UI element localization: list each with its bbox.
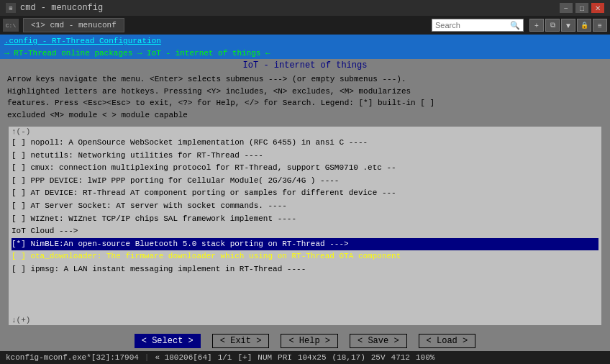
main-window: ⊞ cmd - menuconfig − □ ✕ C:\ <1> cmd - m… xyxy=(0,0,610,364)
close-button[interactable]: ✕ xyxy=(591,3,604,13)
help-text: Arrow keys navigate the menu. <Enter> se… xyxy=(0,72,610,122)
menu-items-container: [ ] nopoll: A OpenSource WebSocket imple… xyxy=(9,137,601,315)
save-button[interactable]: < Save > xyxy=(350,334,407,348)
menu-item-2[interactable]: [ ] cmux: connection multiplexing protoc… xyxy=(12,162,598,175)
bottom-buttons: < Select > < Exit > < Help > < Save > < … xyxy=(0,329,610,351)
status-priority: PRI xyxy=(278,353,292,362)
tab-bar: C:\ <1> cmd - menuconf 🔍 + ⧉ ▼ 🔒 ≡ xyxy=(0,16,610,35)
menu-item-3[interactable]: [ ] PPP DEVICE: lwIP PPP porting for Cel… xyxy=(12,175,598,188)
select-button[interactable]: < Select > xyxy=(135,334,201,348)
dropdown-button[interactable]: ▼ xyxy=(561,19,575,32)
menu-item-10[interactable]: [ ] ipmsg: A LAN instant messaging imple… xyxy=(12,263,598,276)
menu-item-0[interactable]: [ ] nopoll: A OpenSource WebSocket imple… xyxy=(12,137,598,150)
breadcrumb-bar: .config - RT-Thread Configuration xyxy=(0,35,610,47)
content-title: IoT - internet of things xyxy=(0,59,610,72)
tab-label: <1> cmd - menuconf xyxy=(31,21,117,29)
title-bar: ⊞ cmd - menuconfig − □ ✕ xyxy=(0,0,610,16)
menu-item-9[interactable]: [ ] ota_downloader: The firmware downloa… xyxy=(12,250,598,263)
menu-item-4[interactable]: [ ] AT DEVICE: RT-Thread AT component po… xyxy=(12,187,598,200)
window-controls: − □ ✕ xyxy=(560,3,604,13)
status-exe: kconfig-mconf.exe*[32]:17904 xyxy=(6,353,139,362)
load-button[interactable]: < Load > xyxy=(419,334,476,348)
search-input[interactable] xyxy=(435,21,507,29)
status-pages: 1/1 xyxy=(218,353,232,362)
status-value: 4712 xyxy=(391,353,410,362)
search-icon: 🔍 xyxy=(510,21,520,30)
status-mode: [+] xyxy=(237,353,252,362)
window-title: cmd - menuconfig xyxy=(20,3,555,13)
new-tab-button[interactable]: + xyxy=(529,19,544,32)
status-voltage: 25V xyxy=(371,353,386,362)
status-terminal: 104x25 xyxy=(298,353,327,362)
nav-path: → RT-Thread online packages → IoT - inte… xyxy=(4,49,270,58)
breadcrumb: .config - RT-Thread Configuration xyxy=(4,37,161,45)
menu-item-6[interactable]: [ ] WIZnet: WIZnet TCP/IP chips SAL fram… xyxy=(12,213,598,226)
menu-item-8[interactable]: [*] NimBLE:An open-source Bluetooth 5.0 … xyxy=(12,238,598,251)
status-numlock: NUM xyxy=(258,353,272,362)
minimize-button[interactable]: − xyxy=(560,3,573,13)
menu-button[interactable]: ≡ xyxy=(593,19,607,32)
status-bar: kconfig-mconf.exe*[32]:17904 | « 180206[… xyxy=(0,351,610,364)
menu-panel: ↑(-) [ ] nopoll: A OpenSource WebSocket … xyxy=(7,125,603,327)
menu-border-bottom: ↓(+) xyxy=(9,315,601,325)
menu-border-top: ↑(-) xyxy=(9,127,601,137)
help-line-1: Arrow keys navigate the menu. <Enter> se… xyxy=(7,73,603,86)
toolbar-buttons: + ⧉ ▼ 🔒 ≡ xyxy=(529,19,607,32)
tab-1[interactable]: <1> cmd - menuconf xyxy=(23,18,124,32)
split-button[interactable]: ⧉ xyxy=(545,19,560,32)
menu-item-5[interactable]: [ ] AT Server Socket: AT server with soc… xyxy=(12,200,598,213)
main-content: IoT - internet of things Arrow keys navi… xyxy=(0,59,610,351)
app-icon: ⊞ xyxy=(6,3,16,13)
tab-icon: C:\ xyxy=(3,19,19,32)
nav-path-bar: → RT-Thread online packages → IoT - inte… xyxy=(0,47,610,59)
exit-button[interactable]: < Exit > xyxy=(212,334,270,348)
search-box[interactable]: 🔍 xyxy=(432,19,524,32)
status-coords: (18,17) xyxy=(332,353,365,362)
menu-item-7[interactable]: IoT Cloud ---> xyxy=(12,225,598,238)
help-line-4: excluded <M> module < > module capable xyxy=(7,109,603,122)
menu-item-1[interactable]: [ ] netutils: Networking utilities for R… xyxy=(12,150,598,163)
help-line-3: features. Press <Esc><Esc> to exit, <?> … xyxy=(7,97,603,109)
help-button[interactable]: < Help > xyxy=(281,334,338,348)
lock-button[interactable]: 🔒 xyxy=(577,19,591,32)
maximize-button[interactable]: □ xyxy=(575,3,588,13)
status-version: « 180206[64] xyxy=(155,353,211,362)
status-zoom: 100% xyxy=(416,353,434,362)
help-line-2: Highlighted letters are hotkeys. Pressin… xyxy=(7,86,603,98)
